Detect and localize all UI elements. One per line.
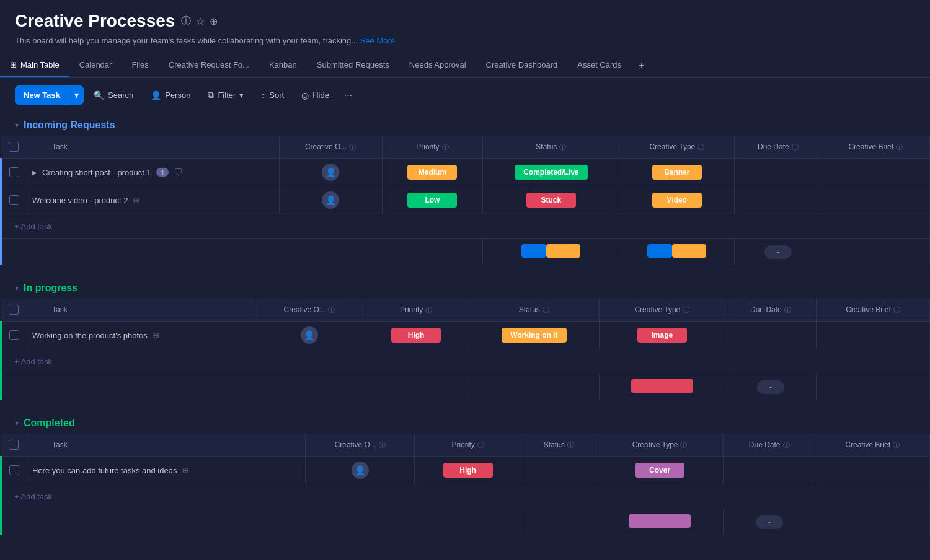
creative-type-cell[interactable]: Image <box>599 322 725 349</box>
col-info-icon[interactable]: ⓘ <box>425 305 432 315</box>
header-checkbox[interactable] <box>9 142 19 152</box>
add-task-row[interactable]: + Add task <box>1 349 930 374</box>
nav-tab-asset-cards[interactable]: Asset Cards <box>567 54 631 77</box>
creative-brief-cell[interactable] <box>822 159 929 186</box>
add-tab-button[interactable]: + <box>631 54 652 77</box>
add-task-button[interactable]: + Add task <box>9 219 922 234</box>
summary-row: - <box>1 509 930 535</box>
row-checkbox[interactable] <box>9 330 19 340</box>
row-checkbox[interactable] <box>9 167 19 177</box>
table-completed: TaskCreative O...ⓘPriorityⓘStatusⓘCreati… <box>0 434 930 535</box>
table-incoming: TaskCreative O...ⓘPriorityⓘStatusⓘCreati… <box>0 136 930 265</box>
priority-cell[interactable]: High <box>415 457 521 484</box>
type-summary <box>619 239 735 265</box>
nav-tab-creative-request-fo.[interactable]: Creative Request Fo... <box>159 54 259 77</box>
comment-icon[interactable]: 🗨 <box>174 167 182 177</box>
priority-cell[interactable]: Low <box>382 186 482 214</box>
filter-button[interactable]: ⧉ Filter ▾ <box>200 86 251 104</box>
star-icon[interactable]: ☆ <box>196 15 205 27</box>
col-info-icon[interactable]: ⓘ <box>784 305 791 315</box>
row-checkbox[interactable] <box>9 465 19 475</box>
col-info-icon[interactable]: ⓘ <box>680 440 687 450</box>
hide-button[interactable]: ◎ Hide <box>294 87 337 104</box>
col-info-icon[interactable]: ⓘ <box>683 305 689 315</box>
section-title-completed: Completed <box>24 418 75 429</box>
row-checkbox[interactable] <box>9 195 19 205</box>
avatar[interactable]: 👤 <box>352 462 369 479</box>
col-info-icon[interactable]: ⓘ <box>792 142 799 152</box>
section-chevron-incoming[interactable]: ▾ <box>15 121 19 129</box>
status-cell[interactable]: Working on it <box>469 322 599 349</box>
expand-icon[interactable]: ▶ <box>32 169 37 176</box>
col-info-icon[interactable]: ⓘ <box>559 142 566 152</box>
new-task-button[interactable]: New Task ▾ <box>15 85 84 105</box>
task-count-badge: 4 <box>156 168 169 177</box>
section-header-inprogress: ▾In progress <box>0 275 930 299</box>
avatar[interactable]: 👤 <box>301 326 318 344</box>
nav-tab-main-table[interactable]: ⊞Main Table <box>0 54 69 77</box>
add-task-row[interactable]: + Add task <box>1 484 930 509</box>
search-button[interactable]: 🔍 Search <box>86 87 141 104</box>
col-info-icon[interactable]: ⓘ <box>893 305 900 315</box>
col-info-icon[interactable]: ⓘ <box>698 142 704 152</box>
add-subtask-icon[interactable]: ⊕ <box>133 195 140 205</box>
avatar[interactable]: 👤 <box>322 164 339 181</box>
creative-type-pill: Cover <box>635 463 684 478</box>
add-task-row[interactable]: + Add task <box>1 214 930 239</box>
section-chevron-inprogress[interactable]: ▾ <box>15 284 19 292</box>
col-info-icon[interactable]: ⓘ <box>896 142 903 152</box>
main-content: ▾Incoming RequestsTaskCreative O...ⓘPrio… <box>0 112 930 558</box>
creative-brief-cell[interactable] <box>822 186 929 214</box>
section-chevron-completed[interactable]: ▾ <box>15 419 19 427</box>
add-subtask-icon[interactable]: ⊕ <box>182 465 189 475</box>
priority-cell[interactable]: High <box>363 322 469 349</box>
status-pill: Working on it <box>502 328 566 343</box>
col-info-icon[interactable]: ⓘ <box>893 440 900 450</box>
see-more-link[interactable]: See More <box>360 36 395 45</box>
col-info-icon[interactable]: ⓘ <box>542 305 549 315</box>
due-date-cell[interactable] <box>725 322 816 349</box>
sort-button[interactable]: ↕ Sort <box>254 87 291 104</box>
info-icon[interactable]: ⓘ <box>181 15 191 28</box>
due-date-cell[interactable] <box>735 186 822 214</box>
nav-tab-needs-approval[interactable]: Needs Approval <box>399 54 476 77</box>
col-info-icon[interactable]: ⓘ <box>477 440 484 450</box>
priority-cell[interactable]: Medium <box>382 159 482 186</box>
person-button[interactable]: 👤 Person <box>143 87 198 104</box>
nav-tab-creative-dashboard[interactable]: Creative Dashboard <box>476 54 568 77</box>
status-cell[interactable]: Completed/Live <box>483 159 619 186</box>
header-checkbox[interactable] <box>9 305 19 315</box>
creative-type-cell[interactable]: Banner <box>619 159 735 186</box>
more-options-button[interactable]: ··· <box>339 86 357 105</box>
creative-owner-cell: 👤 <box>279 186 382 214</box>
filter-icon: ⧉ <box>208 90 214 100</box>
col-info-icon[interactable]: ⓘ <box>567 440 574 450</box>
col-info-icon[interactable]: ⓘ <box>328 305 335 315</box>
col-info-icon[interactable]: ⓘ <box>442 142 449 152</box>
nav-tab-kanban[interactable]: Kanban <box>259 54 307 77</box>
col-info-icon[interactable]: ⓘ <box>783 440 790 450</box>
col-info-icon[interactable]: ⓘ <box>349 142 356 152</box>
creative-type-cell[interactable]: Cover <box>596 457 724 484</box>
creative-brief-cell[interactable] <box>817 322 930 349</box>
col-info-icon[interactable]: ⓘ <box>379 440 386 450</box>
add-task-button[interactable]: + Add task <box>9 489 922 504</box>
nav-tab-calendar[interactable]: Calendar <box>69 54 122 77</box>
creative-brief-cell[interactable] <box>815 457 930 484</box>
filter-chevron: ▾ <box>239 90 244 100</box>
add-task-button[interactable]: + Add task <box>9 354 922 369</box>
due-date-cell[interactable] <box>723 457 815 484</box>
page-title: Creative Processes <box>15 11 175 31</box>
avatar[interactable]: 👤 <box>322 191 339 209</box>
header-checkbox[interactable] <box>9 440 19 450</box>
nav-tab-submitted-requests[interactable]: Submitted Requests <box>307 54 399 77</box>
status-cell[interactable]: Stuck <box>483 186 619 214</box>
status-cell[interactable] <box>521 457 596 484</box>
add-subtask-icon[interactable]: ⊕ <box>153 330 160 340</box>
due-dash: - <box>757 380 784 394</box>
nav-tab-files[interactable]: Files <box>122 54 158 77</box>
invite-icon[interactable]: ⊕ <box>210 15 218 27</box>
new-task-arrow[interactable]: ▾ <box>69 85 84 105</box>
creative-type-cell[interactable]: Video <box>619 186 735 214</box>
due-date-cell[interactable] <box>735 159 822 186</box>
